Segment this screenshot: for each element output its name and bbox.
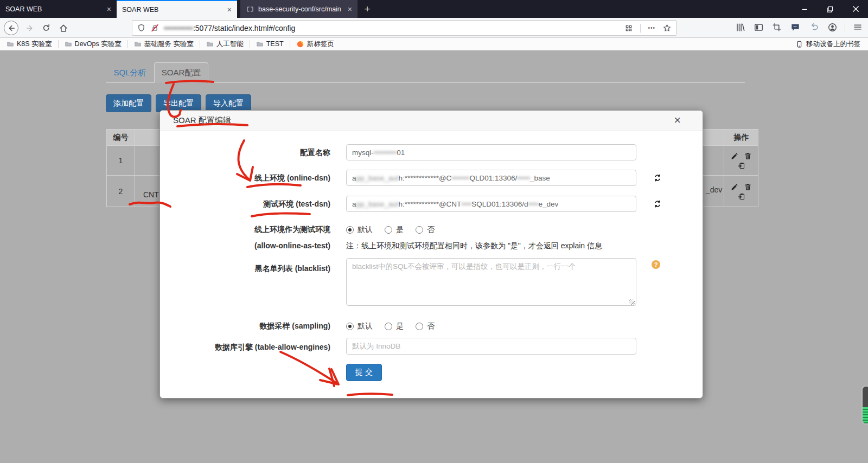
test-dsn-input[interactable]: app_base_auth:************@CNT••••SQLD01… bbox=[346, 196, 636, 212]
edit-pencil-icon[interactable] bbox=[731, 152, 739, 160]
radio-default[interactable]: 默认 bbox=[346, 321, 373, 331]
forward-button[interactable] bbox=[22, 21, 37, 35]
divider bbox=[640, 24, 641, 33]
modal-title: SOAR 配置编辑 bbox=[173, 115, 231, 126]
row-dsn-fragment: _dev bbox=[706, 185, 722, 194]
undo-arrow-icon bbox=[809, 22, 819, 33]
screen: SOAR WEB × SOAR WEB × base-security-conf… bbox=[0, 0, 868, 463]
window-maximize-button[interactable] bbox=[818, 0, 843, 18]
bookmark-ai[interactable]: 人工智能 bbox=[204, 40, 246, 49]
insecure-lock-icon[interactable] bbox=[150, 23, 159, 33]
blacklist-textarea[interactable] bbox=[346, 258, 636, 306]
reload-button[interactable] bbox=[39, 21, 54, 35]
test-dsn-refresh-icon[interactable] bbox=[653, 199, 662, 209]
firefox-icon bbox=[296, 40, 304, 48]
tab-soar-config[interactable]: SOAR配置 bbox=[154, 62, 208, 83]
divider bbox=[127, 40, 128, 48]
radio-circle-selected bbox=[346, 323, 354, 330]
online-dsn-input[interactable]: app_base_auth:************@C•••••••QLD01… bbox=[346, 170, 636, 186]
sampling-label: 数据采样 (sampling) bbox=[160, 321, 330, 331]
bookmark-k8s[interactable]: K8S 实验室 bbox=[4, 40, 54, 49]
allow-online-as-test-radios: 默认 是 否 bbox=[346, 225, 435, 235]
tab-title: SOAR WEB bbox=[5, 5, 101, 13]
account-button[interactable] bbox=[826, 21, 838, 34]
folder-icon bbox=[206, 40, 214, 48]
blacklist-label: 黑名单列表 (blacklist) bbox=[160, 264, 330, 274]
delete-trash-icon[interactable] bbox=[744, 183, 752, 191]
browser-tab-base-security-conf[interactable]: base-security-conf/src/main × bbox=[240, 0, 358, 18]
bookmark-new-tab[interactable]: 新标签页 bbox=[294, 40, 336, 49]
url-bar[interactable]: •••••••••••:5077/static/index.html#/conf… bbox=[132, 20, 676, 36]
qr-code-icon[interactable] bbox=[624, 24, 633, 33]
forward-arrow-icon bbox=[25, 23, 35, 33]
delete-trash-icon[interactable] bbox=[744, 152, 752, 160]
radio-yes[interactable]: 是 bbox=[385, 225, 404, 235]
overlay-status-widget bbox=[861, 385, 868, 425]
edit-pencil-icon[interactable] bbox=[731, 183, 739, 191]
config-name-label: 配置名称 bbox=[160, 148, 330, 158]
code-brackets-icon bbox=[246, 5, 254, 14]
browser-tab-soar-web-2[interactable]: SOAR WEB × bbox=[117, 0, 237, 18]
url-redacted-host: ••••••••••• bbox=[164, 24, 193, 33]
sidebar-button[interactable] bbox=[752, 21, 764, 34]
bookmark-test[interactable]: TEST bbox=[254, 40, 286, 48]
chat-extension-button[interactable] bbox=[789, 21, 801, 34]
tab-close-icon[interactable]: × bbox=[107, 5, 111, 14]
new-tab-button[interactable]: + bbox=[360, 2, 374, 16]
radio-no[interactable]: 否 bbox=[416, 225, 435, 235]
toolbar-icons bbox=[734, 21, 864, 34]
url-visible-path: :5077/static/index.html#/config bbox=[193, 24, 295, 33]
bookmark-mobile-devices[interactable]: 移动设备上的书签 bbox=[793, 40, 864, 49]
radio-yes[interactable]: 是 bbox=[385, 321, 404, 331]
tab-sql-analysis[interactable]: SQL分析 bbox=[106, 62, 154, 83]
column-divider bbox=[135, 130, 135, 207]
library-button[interactable] bbox=[734, 21, 746, 34]
sidebar-icon bbox=[754, 22, 764, 33]
online-dsn-refresh-icon[interactable] bbox=[653, 173, 662, 183]
copy-clipboard-icon[interactable] bbox=[737, 162, 745, 170]
person-icon bbox=[827, 22, 838, 33]
undo-extension-button[interactable] bbox=[808, 21, 820, 34]
radio-circle bbox=[416, 323, 423, 330]
bookmarks-bar: K8S 实验室 DevOps 实验室 基础服务 实验室 人工智能 TEST 新标… bbox=[0, 38, 868, 50]
folder-icon bbox=[65, 40, 72, 48]
window-close-button[interactable] bbox=[843, 0, 868, 18]
online-dsn-label: 线上环境 (online-dsn) bbox=[160, 173, 330, 183]
back-button[interactable] bbox=[4, 21, 18, 35]
add-config-button[interactable]: 添加配置 bbox=[106, 94, 151, 112]
submit-button[interactable]: 提 交 bbox=[346, 364, 382, 381]
app-menu-button[interactable] bbox=[852, 21, 864, 34]
tracking-shield-icon[interactable] bbox=[137, 23, 146, 33]
browser-tab-soar-web-1[interactable]: SOAR WEB × bbox=[0, 0, 117, 18]
bookmark-base-services[interactable]: 基础服务 实验室 bbox=[132, 40, 196, 49]
reload-icon bbox=[42, 23, 51, 33]
url-text: •••••••••••:5077/static/index.html#/conf… bbox=[164, 24, 295, 33]
browser-navbar: •••••••••••:5077/static/index.html#/conf… bbox=[0, 18, 868, 38]
bookmark-star-icon[interactable] bbox=[662, 23, 672, 33]
config-name-input[interactable]: mysql-•••••••••01 bbox=[346, 144, 636, 160]
radio-no[interactable]: 否 bbox=[416, 321, 435, 331]
tab-title: SOAR WEB bbox=[122, 6, 222, 14]
table-allow-engines-label: 数据库引擎 (table-allow-engines) bbox=[160, 343, 330, 352]
textarea-resize-handle[interactable] bbox=[629, 299, 634, 304]
divider bbox=[290, 40, 290, 48]
minimize-icon bbox=[800, 4, 809, 14]
window-minimize-button[interactable] bbox=[792, 0, 817, 18]
bookmark-devops[interactable]: DevOps 实验室 bbox=[62, 40, 124, 49]
table-allow-engines-input[interactable] bbox=[346, 338, 636, 355]
home-button[interactable] bbox=[56, 21, 71, 35]
modal-close-icon[interactable]: × bbox=[674, 114, 681, 126]
sampling-radios: 默认 是 否 bbox=[346, 321, 435, 331]
divider bbox=[58, 40, 59, 48]
soar-config-edit-modal: SOAR 配置编辑 × 配置名称 mysql-•••••••••01 线上环境 … bbox=[159, 110, 703, 398]
copy-clipboard-icon[interactable] bbox=[737, 192, 745, 201]
tab-close-icon[interactable]: × bbox=[348, 5, 352, 14]
tab-close-icon[interactable]: × bbox=[227, 5, 232, 14]
modal-header: SOAR 配置编辑 × bbox=[160, 111, 703, 131]
page-actions-icon[interactable]: ••• bbox=[648, 25, 655, 31]
phone-icon bbox=[795, 40, 803, 48]
radio-default[interactable]: 默认 bbox=[346, 225, 373, 235]
blacklist-help-icon[interactable]: ? bbox=[652, 260, 660, 269]
screenshot-button[interactable] bbox=[771, 21, 783, 34]
allow-online-as-test-label-line2: (allow-online-as-test) bbox=[160, 241, 330, 250]
